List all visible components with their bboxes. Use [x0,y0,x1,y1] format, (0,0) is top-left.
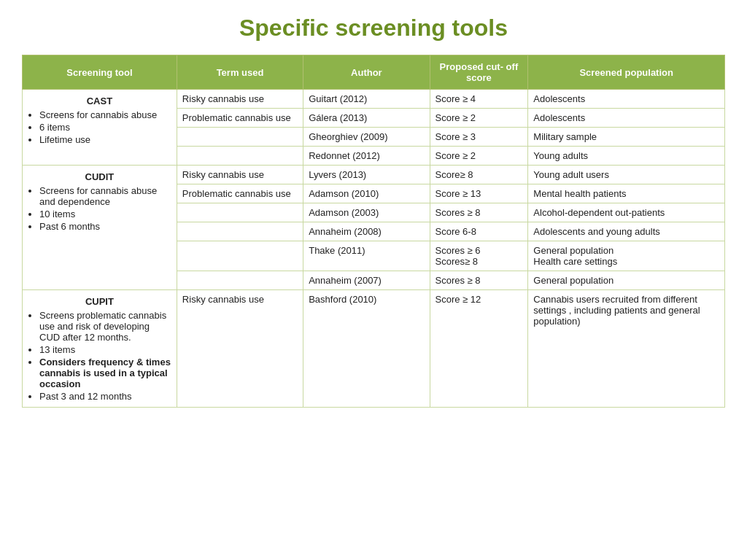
term-cell: Problematic cannabis use [177,184,303,203]
tool-bullets: Screens problematic cannabis use and ris… [28,310,171,402]
cutoff-cell: Scores ≥ 6Scores≥ 8 [430,241,528,271]
author-cell: Lyvers (2013) [303,166,430,184]
author-cell: Adamson (2003) [303,203,430,222]
author-cell: Gálera (2013) [303,109,430,128]
tool-cell-cast: CASTScreens for cannabis abuse6 itemsLif… [23,90,177,166]
tool-name: CUDIT [28,171,171,182]
tool-name: CUPIT [28,296,171,307]
header-screened: Screened population [528,55,725,90]
tool-bullet: 13 items [39,344,171,355]
cutoff-cell: Score 6-8 [430,222,528,241]
screened-cell: General populationHealth care settings [528,241,725,271]
cutoff-cell: Score ≥ 13 [430,184,528,203]
screened-cell: Young adult users [528,166,725,184]
tool-bullet: Past 6 months [39,221,171,232]
term-cell [177,222,303,241]
tool-bullet: Considers frequency & times cannabis is … [39,357,171,389]
term-cell [177,241,303,271]
term-cell [177,203,303,222]
author-cell: Annaheim (2007) [303,271,430,290]
header-tool: Screening tool [23,55,177,90]
tool-cell-cupit: CUPITScreens problematic cannabis use an… [23,290,177,408]
header-cutoff: Proposed cut- off score [430,55,528,90]
author-cell: Annaheim (2008) [303,222,430,241]
tool-bullet: Screens for cannabis abuse [39,109,171,120]
term-cell: Risky cannabis use [177,90,303,109]
screened-cell: Adolescents and young adults [528,222,725,241]
author-cell: Redonnet (2012) [303,147,430,166]
term-cell: Problematic cannabis use [177,109,303,128]
cutoff-cell: Score ≥ 2 [430,147,528,166]
screening-tools-table: Screening tool Term used Author Proposed… [22,55,725,408]
tool-bullet: Lifetime use [39,134,171,145]
screened-cell: Adolescents [528,90,725,109]
tool-bullet: Screens problematic cannabis use and ris… [39,310,171,343]
cutoff-cell: Score ≥ 3 [430,128,528,147]
screened-cell: Cannabis users recruited from different … [528,290,725,408]
table-row: CUDITScreens for cannabis abuse and depe… [23,166,725,184]
author-cell: Thake (2011) [303,241,430,271]
author-cell: Adamson (2010) [303,184,430,203]
term-cell: Risky cannabis use [177,166,303,184]
cutoff-cell: Score≥ 8 [430,166,528,184]
cutoff-cell: Score ≥ 2 [430,109,528,128]
term-cell [177,128,303,147]
cutoff-cell: Score ≥ 12 [430,290,528,408]
page-title: Specific screening tools [22,15,725,42]
tool-bullets: Screens for cannabis abuse6 itemsLifetim… [28,109,171,145]
term-cell [177,271,303,290]
screened-cell: Adolescents [528,109,725,128]
author-cell: Guitart (2012) [303,90,430,109]
header-term: Term used [177,55,303,90]
cutoff-cell: Score ≥ 4 [430,90,528,109]
author-cell: Bashford (2010) [303,290,430,408]
screened-cell: Military sample [528,128,725,147]
screened-cell: General population [528,271,725,290]
table-row: CASTScreens for cannabis abuse6 itemsLif… [23,90,725,109]
tool-bullet: 10 items [39,209,171,219]
tool-bullets: Screens for cannabis abuse and dependenc… [28,185,171,232]
screened-cell: Mental health patients [528,184,725,203]
cutoff-cell: Scores ≥ 8 [430,203,528,222]
tool-bullet: Past 3 and 12 months [39,391,171,402]
term-cell [177,147,303,166]
author-cell: Gheorghiev (2009) [303,128,430,147]
screened-cell: Young adults [528,147,725,166]
term-cell: Risky cannabis use [177,290,303,408]
tool-name: CAST [28,96,171,106]
tool-cell-cudit: CUDITScreens for cannabis abuse and depe… [23,166,177,290]
screened-cell: Alcohol-dependent out-patients [528,203,725,222]
table-row: CUPITScreens problematic cannabis use an… [23,290,725,408]
header-author: Author [303,55,430,90]
tool-bullet: Screens for cannabis abuse and dependenc… [39,185,171,207]
cutoff-cell: Scores ≥ 8 [430,271,528,290]
tool-bullet: 6 items [39,122,171,133]
